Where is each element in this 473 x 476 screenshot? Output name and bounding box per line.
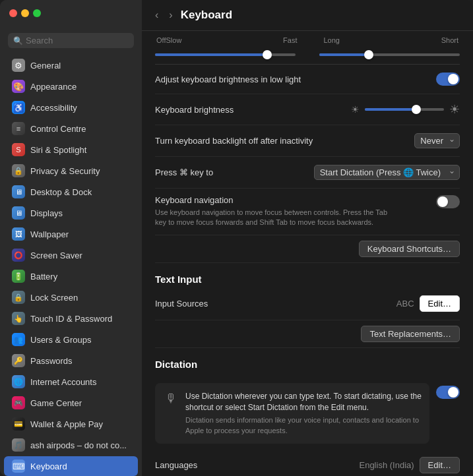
label-slow: Slow	[166, 36, 181, 44]
slider-labels-row: Off Slow Fast Long Short	[155, 36, 460, 44]
sidebar-item-keyboard[interactable]: ⌨ Keyboard	[4, 456, 138, 476]
key-repeat-track[interactable]	[155, 53, 296, 56]
search-bar[interactable]: 🔍	[8, 33, 134, 48]
battery-icon: 🔋	[12, 270, 25, 283]
keyboard-nav-label: Keyboard navigation	[155, 195, 393, 205]
traffic-lights	[9, 9, 41, 17]
input-sources-right: ABC Edit…	[396, 295, 460, 312]
brightness-max-icon: ☀	[449, 102, 460, 117]
sidebar-item-label: Keyboard	[30, 461, 67, 471]
press-key-row: Press ⌘ key to Start Dictation (Press 🌐 …	[155, 157, 460, 189]
page-title: Keyboard	[181, 9, 232, 22]
sidebar-item-label: ash airpods – do not co...	[30, 440, 127, 450]
dictation-section-title: Dictation	[155, 359, 460, 370]
languages-label: Languages	[155, 460, 197, 470]
toolbar: ‹ › Keyboard	[142, 0, 473, 31]
sidebar-item-lockscreen[interactable]: 🔒 Lock Screen	[4, 287, 138, 307]
sidebar-item-battery[interactable]: 🔋 Battery	[4, 266, 138, 286]
label-fast: Fast	[283, 36, 297, 44]
main-content-area: ‹ › Keyboard Off Slow Fast Long Short	[142, 0, 473, 476]
sidebar-item-siri[interactable]: S Siri & Spotlight	[4, 140, 138, 160]
sidebar-item-label: Wallet & Apple Pay	[30, 419, 103, 429]
input-sources-edit-button[interactable]: Edit…	[420, 295, 460, 312]
forward-button[interactable]: ›	[166, 8, 175, 22]
delay-slider-track[interactable]	[319, 53, 460, 56]
text-replacements-btn-row: Text Replacements…	[155, 320, 460, 348]
maximize-button[interactable]	[33, 9, 41, 17]
press-key-right: Start Dictation (Press 🌐 Twice)	[314, 165, 460, 180]
keyboard-nav-description: Use keyboard navigation to move focus be…	[155, 208, 393, 228]
top-sliders-section: Off Slow Fast Long Short	[155, 31, 460, 65]
sidebar-item-label: Accessibility	[30, 103, 77, 113]
sidebar-item-label: Wallpaper	[30, 229, 69, 239]
dictation-texts: Use Dictation wherever you can type text…	[185, 391, 422, 436]
sidebar-item-touchid[interactable]: 👆 Touch ID & Password	[4, 309, 138, 328]
adjust-brightness-row: Adjust keyboard brightness in low light	[155, 65, 460, 94]
sidebar-item-displays[interactable]: 🖥 Displays	[4, 203, 138, 223]
close-button[interactable]	[9, 9, 17, 17]
dictation-block: 🎙 Use Dictation wherever you can type te…	[155, 383, 429, 444]
sidebar-item-airpods[interactable]: 🎵 ash airpods – do not co...	[4, 435, 138, 455]
sidebar-item-general[interactable]: ⚙ General	[4, 55, 138, 75]
adjust-brightness-toggle[interactable]	[436, 73, 460, 86]
search-input[interactable]	[26, 36, 129, 45]
sidebar-item-label: Privacy & Security	[30, 166, 100, 176]
passwords-icon: 🔑	[12, 354, 25, 367]
sidebar-item-passwords[interactable]: 🔑 Passwords	[4, 351, 138, 371]
sidebar-item-wallpaper[interactable]: 🖼 Wallpaper	[4, 224, 138, 244]
brightness-slider-track[interactable]	[365, 108, 444, 111]
sidebar-item-label: Desktop & Dock	[30, 187, 92, 197]
sidebar-item-internet[interactable]: 🌐 Internet Accounts	[4, 372, 138, 392]
dictation-row: 🎙 Use Dictation wherever you can type te…	[155, 372, 460, 449]
sidebar-item-wallet[interactable]: 💳 Wallet & Apple Pay	[4, 414, 138, 434]
sidebar-item-label: Lock Screen	[30, 293, 78, 303]
sidebar-item-appearance[interactable]: 🎨 Appearance	[4, 76, 138, 96]
adjust-brightness-label: Adjust keyboard brightness in low light	[155, 74, 301, 84]
main-window: 🔍 ⚙ General 🎨 Appearance ♿ Accessibility…	[0, 0, 473, 476]
sidebar-item-label: Appearance	[30, 82, 77, 92]
sidebar-item-accessibility[interactable]: ♿ Accessibility	[4, 98, 138, 117]
siri-icon: S	[12, 143, 25, 156]
general-icon: ⚙	[12, 59, 25, 72]
keyboard-nav-toggle[interactable]	[436, 195, 460, 208]
sidebar-item-label: Internet Accounts	[30, 377, 96, 387]
internet-icon: 🌐	[12, 375, 25, 388]
input-sources-row: Input Sources ABC Edit…	[155, 287, 460, 320]
sidebar-item-label: Displays	[30, 208, 63, 218]
sidebar-item-desktop[interactable]: 🖥 Desktop & Dock	[4, 182, 138, 202]
sidebar-item-users[interactable]: 👥 Users & Groups	[4, 330, 138, 349]
wallpaper-icon: 🖼	[12, 227, 25, 241]
sidebar-item-screensaver[interactable]: ⭕ Screen Saver	[4, 245, 138, 265]
press-key-dropdown[interactable]: Start Dictation (Press 🌐 Twice)	[314, 165, 460, 180]
sidebar: 🔍 ⚙ General 🎨 Appearance ♿ Accessibility…	[0, 0, 142, 476]
sidebar-item-gamecenter[interactable]: 🎮 Game Center	[4, 393, 138, 413]
touchid-icon: 👆	[12, 312, 25, 325]
languages-edit-button[interactable]: Edit…	[420, 457, 460, 473]
label-long: Long	[323, 36, 339, 44]
toggle-knob	[448, 74, 458, 84]
wallet-icon: 💳	[12, 417, 25, 431]
languages-right: English (India) Edit…	[359, 457, 460, 473]
backlight-off-dropdown[interactable]: Never	[414, 133, 460, 148]
backlight-off-row: Turn keyboard backlight off after inacti…	[155, 125, 460, 157]
back-button[interactable]: ‹	[152, 8, 161, 22]
brightness-min-icon: ☀	[351, 104, 360, 115]
minimize-button[interactable]	[21, 9, 29, 17]
languages-row: Languages English (India) Edit…	[155, 449, 460, 476]
sidebar-item-label: General	[30, 61, 61, 71]
text-input-section-title: Text Input	[155, 274, 460, 285]
dictation-toggle[interactable]	[436, 386, 460, 399]
sidebar-item-control-centre[interactable]: ≡ Control Centre	[4, 119, 138, 138]
content-area: Off Slow Fast Long Short	[142, 31, 473, 476]
keyboard-shortcuts-button[interactable]: Keyboard Shortcuts…	[359, 241, 460, 257]
toggle-knob	[448, 387, 458, 398]
sidebar-item-privacy[interactable]: 🔒 Privacy & Security	[4, 161, 138, 181]
dictation-secondary-text: Dictation sends information like your vo…	[185, 415, 422, 436]
search-icon: 🔍	[13, 36, 23, 45]
toggle-knob	[437, 196, 448, 207]
text-replacements-button[interactable]: Text Replacements…	[361, 326, 460, 342]
screensaver-icon: ⭕	[12, 249, 25, 262]
language-value: English (India)	[359, 460, 414, 470]
sidebar-item-label: Control Centre	[30, 124, 86, 134]
keyboard-brightness-right: ☀ ☀	[351, 102, 460, 117]
